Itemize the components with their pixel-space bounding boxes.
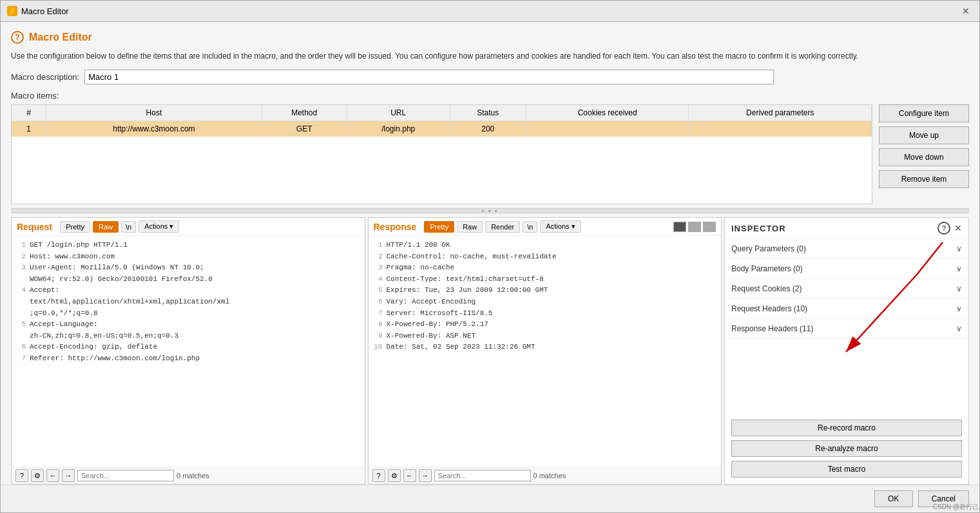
view-btn-3[interactable] — [703, 222, 716, 232]
request-matches-text: 0 matches — [177, 472, 209, 479]
request-pretty-tab[interactable]: Pretty — [60, 221, 90, 233]
cell-method: GET — [262, 121, 347, 137]
cell-status: 200 — [450, 121, 526, 137]
response-code-content: 1HTTP/1.1 200 OK 2Cache-Control: no-cach… — [369, 236, 722, 467]
response-actions-dropdown[interactable]: Actions ▾ — [540, 220, 581, 233]
divider-dots: • • • — [481, 208, 498, 215]
body-params-chevron: ∨ — [956, 264, 962, 273]
response-pretty-tab[interactable]: Pretty — [424, 221, 454, 233]
dialog-footer: OK Cancel — [1, 485, 979, 512]
ok-button[interactable]: OK — [874, 490, 913, 507]
response-panel-header: Response Pretty Raw Render \n Actions ▾ — [369, 218, 722, 236]
cell-cookies — [526, 121, 689, 137]
col-header-status: Status — [450, 105, 526, 121]
response-panel-title: Response — [374, 222, 417, 232]
col-header-derived: Derived parameters — [689, 105, 872, 121]
request-headers-chevron: ∨ — [956, 304, 962, 313]
dialog-title: Macro Editor — [21, 6, 955, 16]
view-buttons — [673, 222, 716, 232]
inspector-bottom-area: Re-record macro Re-analyze macro Test ma… — [725, 339, 968, 484]
re-record-macro-button[interactable]: Re-record macro — [731, 420, 962, 436]
col-header-cookies: Cookies received — [526, 105, 689, 121]
inspector-request-headers[interactable]: Request Headers (10) ∨ — [725, 299, 968, 319]
inspector-help-button[interactable]: ? — [937, 222, 950, 235]
response-headers-label: Response Headers (11) — [731, 324, 813, 333]
request-forward-icon[interactable]: → — [62, 469, 75, 482]
inspector-query-params[interactable]: Query Parameters (0) ∨ — [725, 239, 968, 259]
view-btn-1[interactable] — [673, 222, 686, 232]
response-panel: Response Pretty Raw Render \n Actions ▾ — [368, 217, 722, 485]
test-macro-button[interactable]: Test macro — [731, 461, 962, 478]
dialog-titlebar: ⚡ Macro Editor ✕ — [1, 1, 979, 22]
macro-table-area: # Host Method URL Status Cookies receive… — [11, 104, 872, 204]
bottom-panels: Request Pretty Raw \n Actions ▾ 1GET /lo… — [11, 217, 969, 485]
macro-description-row: Macro description: — [11, 70, 969, 84]
dialog-body: ? Macro Editor Use the configuration bel… — [1, 22, 979, 485]
response-settings-icon[interactable]: ⚙ — [388, 469, 401, 482]
col-header-host: Host — [46, 105, 262, 121]
cell-host: http://www.c3moon.com — [46, 121, 262, 137]
re-analyze-macro-button[interactable]: Re-analyze macro — [731, 440, 962, 457]
request-n-tab[interactable]: \n — [121, 221, 136, 233]
watermark: CSDN @君行己 — [933, 503, 979, 512]
body-params-label: Body Parameters (0) — [731, 264, 803, 273]
macro-editor-title: Macro Editor — [29, 32, 92, 43]
configure-item-button[interactable]: Configure item — [879, 104, 969, 122]
response-raw-tab[interactable]: Raw — [457, 221, 483, 233]
col-header-num: # — [12, 105, 46, 121]
move-up-button[interactable]: Move up — [879, 126, 969, 144]
macro-editor-dialog: ⚡ Macro Editor ✕ ? Macro Editor Use the … — [0, 0, 980, 513]
request-back-icon[interactable]: ← — [46, 469, 59, 482]
remove-item-button[interactable]: Remove item — [879, 170, 969, 188]
response-render-tab[interactable]: Render — [485, 221, 520, 233]
response-forward-icon[interactable]: → — [419, 469, 432, 482]
response-n-tab[interactable]: \n — [523, 221, 537, 233]
query-params-label: Query Parameters (0) — [731, 244, 806, 253]
macro-action-buttons: Configure item Move up Move down Remove … — [879, 104, 969, 204]
response-panel-footer: ? ⚙ ← → 0 matches — [369, 467, 722, 484]
view-btn-2[interactable] — [688, 222, 701, 232]
response-help-icon[interactable]: ? — [372, 469, 385, 482]
macro-desc-input[interactable] — [84, 70, 774, 84]
inspector-header-icons: ? ✕ — [937, 222, 962, 235]
move-down-button[interactable]: Move down — [879, 148, 969, 166]
inspector-panel: INSPECTOR ? ✕ Query Parameters (0) ∨ Bod… — [724, 217, 969, 485]
resize-handle[interactable]: • • • — [11, 208, 969, 213]
response-back-icon[interactable]: ← — [403, 469, 416, 482]
col-header-method: Method — [262, 105, 347, 121]
request-search-input[interactable] — [77, 470, 174, 481]
request-headers-label: Request Headers (10) — [731, 304, 807, 313]
macro-editor-heading: ? Macro Editor — [11, 31, 969, 44]
request-panel-footer: ? ⚙ ← → 0 matches — [12, 467, 365, 484]
macro-main-area: # Host Method URL Status Cookies receive… — [11, 104, 969, 204]
inspector-request-cookies[interactable]: Request Cookies (2) ∨ — [725, 279, 968, 299]
request-panel-header: Request Pretty Raw \n Actions ▾ — [12, 218, 365, 236]
query-params-chevron: ∨ — [956, 244, 962, 253]
inspector-response-headers[interactable]: Response Headers (11) ∨ — [725, 319, 968, 339]
dialog-close-button[interactable]: ✕ — [959, 5, 973, 17]
request-help-icon[interactable]: ? — [15, 469, 28, 482]
macro-items-table-container: # Host Method URL Status Cookies receive… — [11, 104, 872, 204]
inspector-close-button[interactable]: ✕ — [954, 223, 962, 233]
inspector-title: INSPECTOR — [731, 224, 786, 233]
macro-desc-label: Macro description: — [11, 72, 79, 82]
request-panel: Request Pretty Raw \n Actions ▾ 1GET /lo… — [11, 217, 365, 485]
macro-items-label: Macro items: — [11, 91, 969, 101]
request-panel-title: Request — [17, 222, 52, 232]
request-settings-icon[interactable]: ⚙ — [31, 469, 44, 482]
table-row[interactable]: 1 http://www.c3moon.com GET /login.php 2… — [12, 121, 872, 137]
response-headers-chevron: ∨ — [956, 324, 962, 333]
cell-url: /login.php — [347, 121, 450, 137]
request-raw-tab[interactable]: Raw — [93, 221, 119, 233]
macro-items-table: # Host Method URL Status Cookies receive… — [12, 105, 872, 137]
request-actions-dropdown[interactable]: Actions ▾ — [139, 220, 179, 233]
col-header-url: URL — [347, 105, 450, 121]
inspector-body-params[interactable]: Body Parameters (0) ∨ — [725, 259, 968, 279]
cell-num: 1 — [12, 121, 46, 137]
macro-editor-info-icon: ? — [11, 31, 24, 44]
request-code-content: 1GET /login.php HTTP/1.1 2Host: www.c3mo… — [12, 236, 365, 467]
dialog-icon: ⚡ — [7, 6, 17, 16]
cell-derived — [689, 121, 872, 137]
inspector-header: INSPECTOR ? ✕ — [725, 218, 968, 239]
response-search-input[interactable] — [434, 470, 531, 481]
